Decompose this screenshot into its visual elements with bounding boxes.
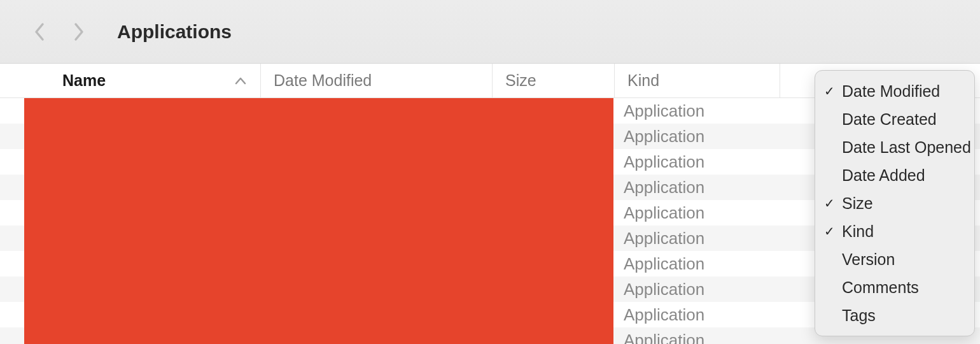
column-header-size-label: Size: [505, 71, 536, 90]
menu-item-label: Kind: [842, 222, 874, 241]
column-header-name[interactable]: Name: [0, 64, 261, 97]
back-button[interactable]: [32, 24, 47, 39]
menu-item-date-last-opened[interactable]: Date Last Opened: [815, 133, 974, 161]
column-header-date-modified[interactable]: Date Modified: [261, 64, 493, 97]
toolbar: Applications: [0, 0, 980, 64]
menu-item-label: Tags: [842, 306, 876, 325]
chevron-left-icon: [34, 22, 45, 41]
kind-cell: Application: [624, 331, 704, 345]
column-header-kind[interactable]: Kind: [615, 64, 780, 97]
menu-item-label: Date Modified: [842, 82, 940, 101]
column-header-name-label: Name: [62, 71, 106, 90]
column-header-date-modified-label: Date Modified: [274, 71, 372, 90]
column-context-menu: ✓ Date Modified Date Created Date Last O…: [815, 70, 975, 336]
chevron-right-icon: [73, 22, 85, 41]
menu-item-label: Size: [842, 194, 873, 213]
menu-item-kind[interactable]: ✓ Kind: [815, 217, 974, 245]
menu-item-version[interactable]: Version: [815, 245, 974, 273]
check-icon: ✓: [824, 196, 835, 211]
kind-cell: Application: [624, 101, 704, 121]
column-header-size[interactable]: Size: [493, 64, 615, 97]
menu-item-tags[interactable]: Tags: [815, 301, 974, 329]
menu-item-label: Version: [842, 250, 895, 269]
kind-cell: Application: [624, 203, 704, 223]
kind-cell: Application: [624, 229, 704, 248]
sort-ascending-icon: [235, 77, 246, 85]
kind-cell: Application: [624, 152, 704, 172]
check-icon: ✓: [824, 224, 835, 239]
menu-item-date-added[interactable]: Date Added: [815, 161, 974, 189]
menu-item-label: Comments: [842, 278, 919, 297]
menu-item-label: Date Last Opened: [842, 138, 971, 157]
kind-cell: Application: [624, 127, 704, 147]
menu-item-date-modified[interactable]: ✓ Date Modified: [815, 77, 974, 105]
forward-button[interactable]: [71, 24, 87, 39]
column-header-kind-label: Kind: [627, 71, 659, 90]
kind-cell: Application: [624, 305, 704, 325]
menu-item-date-created[interactable]: Date Created: [815, 105, 974, 133]
redaction-overlay: [24, 98, 613, 344]
menu-item-label: Date Added: [842, 166, 925, 185]
kind-cell: Application: [624, 280, 704, 299]
kind-cell: Application: [624, 254, 704, 274]
menu-item-label: Date Created: [842, 110, 937, 129]
menu-item-comments[interactable]: Comments: [815, 273, 974, 301]
check-icon: ✓: [824, 83, 835, 99]
nav-arrows: [32, 24, 87, 39]
menu-item-size[interactable]: ✓ Size: [815, 189, 974, 217]
page-title: Applications: [117, 21, 232, 43]
kind-cell: Application: [624, 178, 704, 197]
